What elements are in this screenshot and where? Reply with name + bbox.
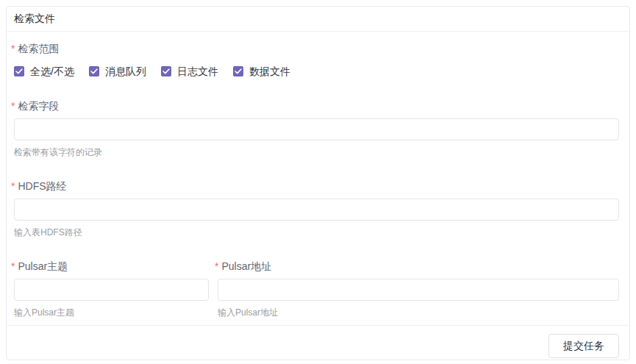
- checkbox-label: 消息队列: [105, 65, 146, 77]
- hdfs-path-input[interactable]: [14, 199, 619, 221]
- card-header: 检索文件: [7, 7, 629, 32]
- checkbox-label: 数据文件: [249, 65, 290, 77]
- checkbox-checked-icon: [161, 66, 171, 76]
- required-asterisk: *: [11, 260, 15, 272]
- checkbox-select-all[interactable]: 全选/不选: [14, 65, 74, 77]
- form-item-pulsar-topic: *Pulsar主题 输入Pulsar主题: [14, 259, 209, 318]
- checkbox-checked-icon: [89, 66, 99, 76]
- pulsar-topic-help: 输入Pulsar主题: [14, 307, 209, 318]
- card-footer: 提交任务: [7, 325, 629, 364]
- card-body: *检索范围 全选/不选 消息队列 日志文件 数据文件: [7, 32, 629, 325]
- checkbox-message-queue[interactable]: 消息队列: [89, 65, 146, 77]
- pulsar-row: *Pulsar主题 输入Pulsar主题 *Pulsar地址 输入Pulsar地…: [14, 259, 619, 318]
- pulsar-address-input[interactable]: [218, 279, 619, 301]
- form-item-search-field: *检索字段 检索带有该字符的记录: [14, 99, 619, 157]
- required-asterisk: *: [11, 43, 15, 54]
- search-file-card: 检索文件 *检索范围 全选/不选 消息队列 日志文件: [6, 6, 630, 360]
- checkbox-checked-icon: [14, 66, 24, 76]
- form-item-hdfs-path: *HDFS路经 输入表HDFS路径: [14, 179, 619, 238]
- pulsar-topic-label: *Pulsar主题: [14, 259, 209, 274]
- hdfs-path-label: *HDFS路经: [14, 179, 619, 193]
- required-asterisk: *: [11, 100, 15, 112]
- search-field-label: *检索字段: [14, 99, 619, 113]
- form-item-search-scope: *检索范围 全选/不选 消息队列 日志文件 数据文件: [14, 41, 619, 77]
- checkbox-checked-icon: [233, 66, 243, 76]
- checkbox-log-file[interactable]: 日志文件: [161, 65, 218, 77]
- search-field-input[interactable]: [14, 118, 619, 140]
- pulsar-topic-input[interactable]: [14, 279, 209, 301]
- search-scope-checkbox-group: 全选/不选 消息队列 日志文件 数据文件: [14, 65, 619, 77]
- search-field-help: 检索带有该字符的记录: [14, 147, 619, 157]
- checkbox-label: 全选/不选: [30, 65, 74, 77]
- checkbox-label: 日志文件: [177, 65, 218, 77]
- pulsar-address-help: 输入Pulsar地址: [218, 307, 619, 318]
- page-title: 检索文件: [14, 13, 55, 24]
- search-scope-label: *检索范围: [14, 41, 619, 56]
- required-asterisk: *: [215, 260, 218, 272]
- pulsar-address-label: *Pulsar地址: [218, 259, 619, 274]
- hdfs-path-help: 输入表HDFS路径: [14, 227, 619, 238]
- submit-task-button[interactable]: 提交任务: [549, 334, 619, 358]
- required-asterisk: *: [11, 180, 15, 192]
- form-item-pulsar-address: *Pulsar地址 输入Pulsar地址: [218, 259, 619, 318]
- checkbox-data-file[interactable]: 数据文件: [233, 65, 290, 77]
